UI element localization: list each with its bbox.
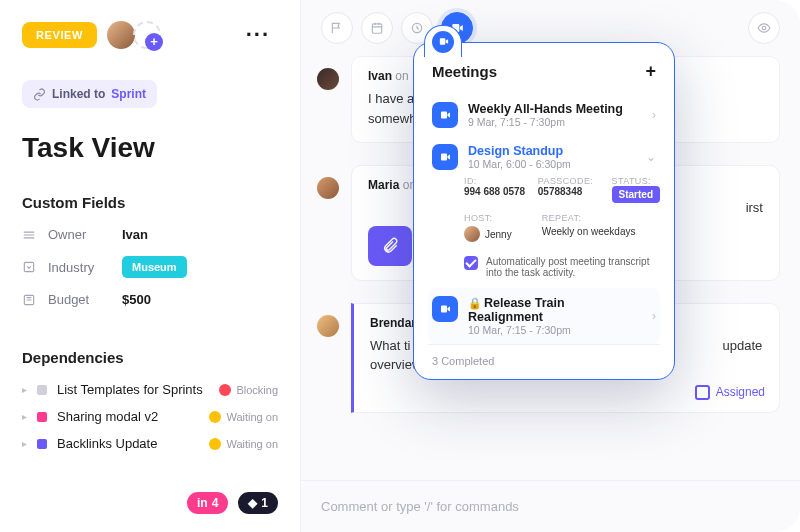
linked-chip[interactable]: Linked to Sprint [22,80,157,108]
field-chip: Museum [122,256,187,278]
dependency-row[interactable]: ▸ List Templates for Sprints Blocking [22,382,278,397]
chevron-down-icon: ⌄ [646,150,656,164]
comment-avatar [317,177,339,199]
field-row-owner[interactable]: Owner Ivan [22,227,278,242]
chevron-right-icon: ▸ [22,438,27,449]
checkbox-icon [695,385,710,400]
comment-author: Ivan [368,69,392,83]
meeting-title: Design Standup [468,144,571,158]
status-square-icon [37,412,47,422]
field-label: Industry [48,260,110,275]
meeting-row[interactable]: Design Standup 10 Mar, 6:00 - 6:30pm ⌄ [428,136,660,172]
chevron-right-icon: ▸ [22,411,27,422]
host-avatar [464,226,480,242]
dependencies-heading: Dependencies [22,349,278,366]
comment-author: Maria [368,178,399,192]
review-badge[interactable]: REVIEW [22,22,97,48]
chevron-right-icon: ▸ [22,384,27,395]
field-label: Budget [48,292,110,307]
dependency-status: Blocking [236,384,278,396]
meeting-time: 10 Mar, 7:15 - 7:30pm [468,324,642,336]
waiting-dot-icon [209,411,221,423]
visibility-button[interactable] [748,12,780,44]
assignee-avatar[interactable] [107,21,135,49]
meetings-popover: Meetings + Weekly All-Hands Meeting 9 Ma… [413,42,675,380]
repeat-value: Weekly on weekdays [542,226,636,237]
comment-avatar [317,68,339,90]
page-title: Task View [22,132,278,164]
meeting-row[interactable]: 🔒Release Train Realignment 10 Mar, 7:15 … [428,288,660,344]
assigned-label: Assigned [716,385,765,399]
assigned-checkbox[interactable]: Assigned [695,385,765,400]
blocking-dot-icon [219,384,231,396]
linked-target: Sprint [111,87,146,101]
svg-rect-2 [372,24,381,33]
dependency-status: Waiting on [226,411,278,423]
auto-transcript-checkbox[interactable] [464,256,478,270]
host-name: Jenny [485,229,512,240]
lock-icon: 🔒 [468,297,482,309]
svg-point-4 [762,26,766,30]
waiting-dot-icon [209,438,221,450]
comment-avatar [317,315,339,337]
field-row-budget[interactable]: Budget $500 [22,292,278,307]
linked-prefix: Linked to [52,87,105,101]
meeting-passcode: 05788348 [538,186,602,197]
video-icon [432,296,458,322]
add-assignee-button[interactable]: + [133,21,161,49]
field-label: Owner [48,227,110,242]
chevron-right-icon: › [652,309,656,323]
person-icon [22,228,36,242]
meetings-heading: Meetings [432,63,497,80]
dependency-label: Sharing modal v2 [57,409,158,424]
svg-rect-0 [24,262,33,271]
meeting-status-label: STATUS: [612,176,660,186]
meeting-time: 9 Mar, 7:15 - 7:30pm [468,116,623,128]
dependency-label: List Templates for Sprints [57,382,203,397]
dependency-row[interactable]: ▸ Backlinks Update Waiting on [22,436,278,451]
auto-transcript-label: Automatically post meeting transcript in… [486,256,660,278]
meeting-passcode-label: PASSCODE: [538,176,602,186]
status-square-icon [37,385,47,395]
in-tag-pill[interactable]: in 4 [187,492,228,514]
comment-composer[interactable]: Comment or type '/' for commands [301,480,800,532]
field-value: $500 [122,292,151,307]
meeting-title: Weekly All-Hands Meeting [468,102,623,116]
dependency-label: Backlinks Update [57,436,157,451]
link-icon [33,88,46,101]
meeting-row[interactable]: Weekly All-Hands Meeting 9 Mar, 7:15 - 7… [428,94,660,136]
plus-icon: + [145,33,163,51]
paperclip-icon [381,237,399,255]
figma-tag-pill[interactable]: ◆ 1 [238,492,278,514]
video-icon [432,31,454,53]
video-icon [432,102,458,128]
comment-author: Brendan [370,316,419,330]
status-chip: Started [612,186,660,203]
meeting-title: 🔒Release Train Realignment [468,296,642,324]
dropdown-box-icon [22,260,36,274]
video-icon [432,144,458,170]
add-meeting-button[interactable]: + [645,61,656,82]
meeting-id: 994 688 0578 [464,186,528,197]
composer-placeholder: Comment or type '/' for commands [321,499,519,514]
dependency-row[interactable]: ▸ Sharing modal v2 Waiting on [22,409,278,424]
repeat-label: REPEAT: [542,213,636,223]
chevron-right-icon: › [652,108,656,122]
meeting-id-label: ID: [464,176,528,186]
more-menu-button[interactable]: ··· [238,18,278,52]
host-label: HOST: [464,213,512,223]
attachment-block[interactable] [368,226,412,266]
meetings-completed[interactable]: 3 Completed [428,344,660,369]
flag-button[interactable] [321,12,353,44]
field-row-industry[interactable]: Industry Museum [22,256,278,278]
popover-notch [424,25,462,57]
meeting-time: 10 Mar, 6:00 - 6:30pm [468,158,571,170]
status-square-icon [37,439,47,449]
number-box-icon [22,293,36,307]
dependency-status: Waiting on [226,438,278,450]
custom-fields-heading: Custom Fields [22,194,278,211]
calendar-button[interactable] [361,12,393,44]
field-value: Ivan [122,227,148,242]
